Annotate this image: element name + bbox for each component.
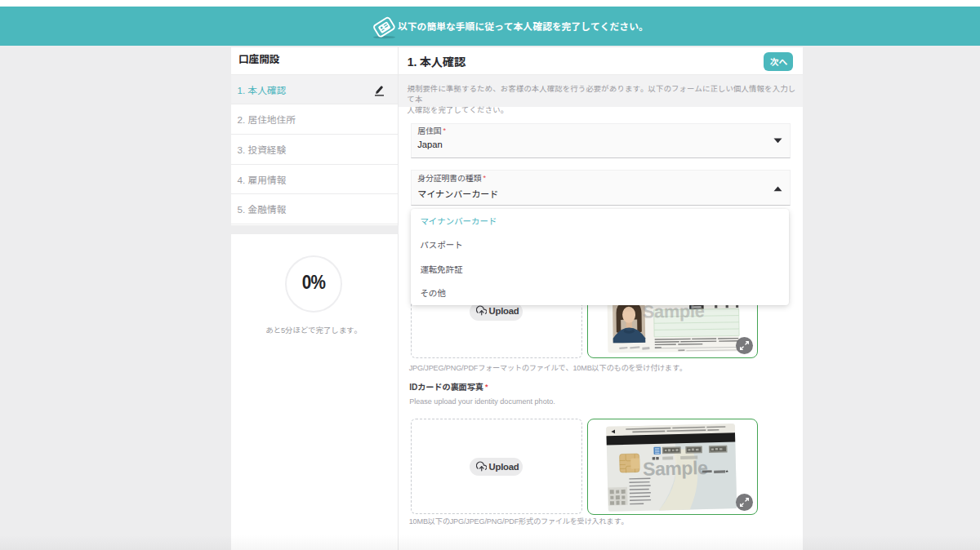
svg-text:Sample: Sample — [643, 457, 708, 480]
